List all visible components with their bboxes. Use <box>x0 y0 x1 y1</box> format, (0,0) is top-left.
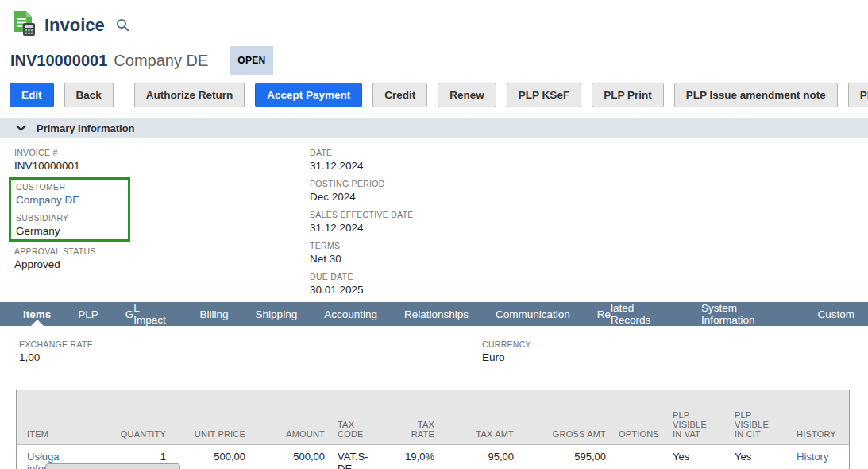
plp-issue-amendment-note-button[interactable]: PLP Issue amendment note <box>674 83 838 107</box>
field-value: Germany <box>16 225 123 238</box>
field-value: Dec 2024 <box>310 191 414 203</box>
field-due-date: DUE DATE 30.01.2025 <box>310 272 414 297</box>
plp-print-button[interactable]: PLP Print <box>592 83 664 107</box>
record-id: INV10000001 <box>10 52 107 70</box>
plp-ksef-button[interactable]: PLP KSeF <box>507 83 581 107</box>
primary-information-fields: INVOICE # INV10000001 CUSTOMER Company D… <box>0 138 868 295</box>
tab-communication[interactable]: Communication <box>482 302 584 326</box>
field-value: 1,00 <box>19 351 868 364</box>
tab-shipping[interactable]: Shipping <box>242 302 311 326</box>
chevron-down-icon <box>16 121 26 135</box>
status-badge: OPEN <box>230 46 273 75</box>
tab-accounting[interactable]: Accounting <box>311 302 391 326</box>
credit-button[interactable]: Credit <box>372 83 427 107</box>
field-value: 30.01.2025 <box>310 284 414 297</box>
cell-options <box>612 445 666 469</box>
field-value: 31.12.2024 <box>310 222 414 234</box>
field-label: SUBSIDIARY <box>16 213 123 223</box>
field-value: INV10000001 <box>14 160 310 172</box>
cell-gross-amt: 595,00 <box>520 445 612 469</box>
primary-information-section-header[interactable]: Primary information <box>0 118 868 138</box>
cell-plp-visible-in-vat: Yes <box>666 445 728 469</box>
cell-unit-price: 500,00 <box>172 445 252 469</box>
invoice-record-icon <box>11 10 37 40</box>
field-label: EXCHANGE RATE <box>19 339 868 350</box>
field-exchange-rate: EXCHANGE RATE 1,00 <box>19 339 868 364</box>
field-label: CURRENCY <box>482 339 531 350</box>
accept-payment-button[interactable]: Accept Payment <box>255 83 362 107</box>
back-button[interactable]: Back <box>64 83 114 107</box>
record-header: INV10000001 Company DE OPEN <box>0 40 868 75</box>
record-tab-bar: Items PLP GL Impact Billing Shipping Acc… <box>0 302 868 326</box>
search-icon[interactable] <box>116 18 129 32</box>
field-terms: TERMS Net 30 <box>310 241 414 266</box>
cell-amount: 500,00 <box>252 445 331 469</box>
tab-custom[interactable]: Custom <box>804 302 868 326</box>
cell-plp-visible-in-cit: Yes <box>728 445 790 469</box>
column-header-plp-visible-in-cit: PLP VISIBLE IN CIT <box>728 390 790 445</box>
field-label: TERMS <box>310 241 414 251</box>
items-table-header-row: ITEM QUANTITY UNIT PRICE AMOUNT TAX CODE… <box>17 390 849 445</box>
column-header-tax-amt: TAX AMT <box>441 390 520 445</box>
column-header-options: OPTIONS <box>612 390 666 445</box>
field-label: CUSTOMER <box>16 182 123 192</box>
page-title: Invoice <box>44 15 105 36</box>
cell-tax-code: VAT:S-DE <box>331 445 388 469</box>
invoice-page: Invoice INV10000001 Company DE OPEN Edit… <box>0 0 868 469</box>
field-approval-status: APPROVAL STATUS Approved <box>14 246 310 271</box>
tab-system-information[interactable]: System Information <box>688 302 804 326</box>
plp-update-gus-vies-button[interactable]: PLP Update GUS/VIES <box>848 83 868 107</box>
edit-button[interactable]: Edit <box>10 83 54 107</box>
field-currency: CURRENCY Euro <box>482 339 531 364</box>
tab-related-records[interactable]: Related Records <box>584 302 688 326</box>
column-header-quantity: QUANTITY <box>106 390 172 445</box>
tab-gl-impact[interactable]: GL Impact <box>112 302 187 326</box>
field-date: DATE 31.12.2024 <box>310 148 414 172</box>
field-value: 31.12.2024 <box>310 160 414 172</box>
field-posting-period: POSTING PERIOD Dec 2024 <box>310 179 414 203</box>
field-label: POSTING PERIOD <box>310 179 414 189</box>
column-header-gross-amt: GROSS AMT <box>520 390 612 445</box>
renew-button[interactable]: Renew <box>438 83 496 107</box>
column-header-item: ITEM <box>17 390 106 445</box>
tab-relationships[interactable]: Relationships <box>391 302 482 326</box>
field-subsidiary: SUBSIDIARY Germany <box>16 213 123 238</box>
column-header-plp-visible-in-vat: PLP VISIBLE IN VAT <box>666 390 728 445</box>
field-sales-effective-date: SALES EFFECTIVE DATE 31.12.2024 <box>310 210 414 234</box>
column-header-tax-rate: TAX RATE <box>388 390 441 445</box>
column-header-unit-price: UNIT PRICE <box>172 390 252 445</box>
tab-billing[interactable]: Billing <box>187 302 242 326</box>
highlight-annotation-box: CUSTOMER Company DE SUBSIDIARY Germany <box>9 177 130 242</box>
cell-tax-amt: 95,00 <box>441 445 520 469</box>
items-tab-content: EXCHANGE RATE 1,00 CURRENCY Euro <box>0 326 868 390</box>
tab-items[interactable]: Items <box>10 302 64 326</box>
tab-plp[interactable]: PLP <box>64 302 112 326</box>
history-link[interactable]: History <box>797 451 828 463</box>
action-button-row: Edit Back Authorize Return Accept Paymen… <box>0 75 868 107</box>
field-invoice-number: INVOICE # INV10000001 <box>14 148 310 172</box>
field-label: APPROVAL STATUS <box>14 246 310 257</box>
field-label: INVOICE # <box>14 148 310 158</box>
column-header-history: HISTORY <box>790 390 849 445</box>
partially-visible-element[interactable] <box>45 463 180 469</box>
field-value: Approved <box>14 258 310 271</box>
column-header-tax-code: TAX CODE <box>331 390 388 445</box>
field-value: Euro <box>482 351 531 364</box>
section-title: Primary information <box>37 122 135 134</box>
field-label: DUE DATE <box>310 272 414 282</box>
column-header-amount: AMOUNT <box>252 390 331 445</box>
record-name: Company DE <box>114 52 208 70</box>
field-customer: CUSTOMER Company DE <box>16 182 123 207</box>
field-label: SALES EFFECTIVE DATE <box>310 210 414 220</box>
field-label: DATE <box>310 148 414 158</box>
items-table: ITEM QUANTITY UNIT PRICE AMOUNT TAX CODE… <box>16 390 850 469</box>
customer-link[interactable]: Company DE <box>16 194 123 207</box>
field-value: Net 30 <box>310 253 414 266</box>
authorize-return-button[interactable]: Authorize Return <box>134 83 245 107</box>
cell-tax-rate: 19,0% <box>388 445 441 469</box>
title-bar: Invoice <box>0 0 868 40</box>
